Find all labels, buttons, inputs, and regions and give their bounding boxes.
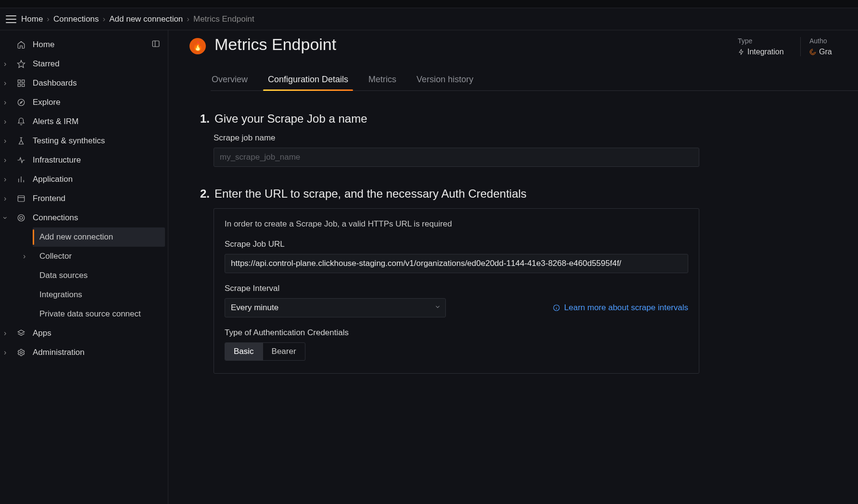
tab-overview[interactable]: Overview [211, 70, 249, 90]
sidebar-item-label: Testing & synthetics [33, 136, 105, 146]
tabs: Overview Configuration Details Metrics V… [211, 70, 858, 91]
step-number: 1. [200, 112, 210, 126]
sidebar-item-label: Dashboards [33, 78, 77, 88]
svg-point-15 [20, 216, 23, 219]
sidebar-item-apps[interactable]: Apps [0, 324, 165, 343]
sidebar-item-testing[interactable]: Testing & synthetics [0, 131, 165, 151]
auth-basic-button[interactable]: Basic [225, 343, 263, 360]
sidebar-item-explore[interactable]: Explore [0, 93, 165, 112]
link-icon [16, 213, 26, 223]
gear-icon [16, 348, 26, 357]
sidebar-item-application[interactable]: Application [0, 170, 165, 189]
breadcrumb-item[interactable]: Add new connection [109, 14, 183, 24]
svg-rect-12 [18, 196, 25, 202]
sidebar-item-administration[interactable]: Administration [0, 343, 165, 362]
content: 1. Give your Scrape Job a name Scrape jo… [189, 91, 699, 374]
sidebar-item-alerts[interactable]: Alerts & IRM [0, 112, 165, 131]
scrape-interval-value[interactable] [225, 298, 446, 317]
chevron-right-icon: › [103, 14, 106, 24]
svg-rect-5 [18, 84, 20, 87]
tab-configuration-details[interactable]: Configuration Details [267, 70, 349, 90]
chevron-right-icon: › [187, 14, 189, 24]
flask-icon [16, 136, 26, 146]
auth-bearer-button[interactable]: Bearer [263, 343, 305, 360]
svg-rect-0 [152, 41, 159, 47]
breadcrumb: Home › Connections › Add new connection … [21, 14, 254, 24]
hamburger-icon[interactable] [6, 15, 16, 23]
svg-marker-2 [18, 61, 25, 68]
svg-point-7 [18, 99, 25, 106]
step-number: 2. [200, 187, 210, 201]
bell-icon [16, 117, 26, 126]
learn-more-link[interactable]: Learn more about scrape intervals [553, 303, 688, 313]
sidebar-item-home[interactable]: Home [0, 35, 165, 54]
integration-icon: 🔥 [189, 38, 206, 54]
scrape-url-input[interactable] [225, 254, 688, 273]
grid-icon [16, 78, 26, 88]
sidebar-item-connections[interactable]: Connections [0, 208, 165, 227]
sidebar-item-label: Home [33, 40, 54, 50]
grafana-icon [809, 49, 816, 55]
sidebar-item-dashboards[interactable]: Dashboards [0, 74, 165, 93]
meta-label: Type [738, 37, 787, 45]
sidebar-item-label: Integrations [39, 290, 82, 300]
sidebar-item-integrations[interactable]: Integrations [33, 285, 165, 304]
meta-label: Autho [809, 37, 858, 45]
sidebar-item-label: Frontend [33, 194, 65, 203]
bolt-icon [738, 49, 744, 55]
sidebar: Home Starred Dashboards Explore Alerts &… [0, 30, 168, 504]
breadcrumb-row: Home › Connections › Add new connection … [0, 8, 858, 30]
sidebar-item-collector[interactable]: Collector [33, 247, 165, 266]
step-2: 2. Enter the URL to scrape, and the nece… [200, 187, 699, 374]
page-header: 🔥 Metrics Endpoint Type Integration Auth… [189, 35, 858, 56]
home-icon [16, 40, 26, 50]
scrape-url-label: Scrape Job URL [225, 239, 688, 249]
sidebar-item-label: Collector [39, 252, 72, 261]
scrape-interval-select[interactable] [225, 298, 446, 317]
breadcrumb-current: Metrics Endpoint [193, 14, 254, 24]
sidebar-item-label: Connections [33, 213, 78, 223]
tab-version-history[interactable]: Version history [416, 70, 474, 90]
stack-icon [16, 328, 26, 338]
svg-rect-6 [22, 84, 25, 87]
sidebar-item-label: Application [33, 175, 73, 184]
breadcrumb-item[interactable]: Connections [53, 14, 99, 24]
step-title: Give your Scrape Job a name [214, 112, 367, 126]
sidebar-item-label: Infrastructure [33, 155, 81, 165]
browser-icon [16, 194, 26, 203]
sidebar-item-label: Explore [33, 98, 61, 107]
sidebar-item-private-data-source-connect[interactable]: Private data source connect [33, 304, 165, 324]
sidebar-item-label: Apps [33, 328, 51, 338]
sidebar-item-add-new-connection[interactable]: Add new connection [33, 227, 165, 247]
pulse-icon [16, 155, 26, 165]
chevron-right-icon: › [47, 14, 50, 24]
sidebar-item-label: Private data source connect [39, 309, 141, 319]
svg-point-14 [18, 214, 25, 221]
sidebar-item-label: Data sources [39, 271, 88, 280]
auth-type-toggle: Basic Bearer [225, 342, 305, 361]
breadcrumb-item[interactable]: Home [21, 14, 43, 24]
page-title: Metrics Endpoint [214, 35, 720, 54]
step-1: 1. Give your Scrape Job a name Scrape jo… [200, 112, 699, 167]
bars-icon [16, 175, 26, 184]
sidebar-item-infrastructure[interactable]: Infrastructure [0, 151, 165, 170]
svg-marker-8 [20, 101, 23, 104]
auth-type-label: Type of Authentication Credentials [225, 328, 688, 338]
meta-type: Type Integration [729, 37, 787, 56]
meta-author: Autho Gra [800, 37, 858, 56]
sidebar-item-starred[interactable]: Starred [0, 54, 165, 74]
svg-point-17 [20, 352, 23, 354]
tab-metrics[interactable]: Metrics [367, 70, 397, 90]
scrape-job-name-input[interactable] [214, 148, 699, 167]
sidebar-item-data-sources[interactable]: Data sources [33, 266, 165, 285]
panel-note: In order to create a Scrape Job, a valid… [225, 219, 688, 229]
topbar [0, 0, 858, 8]
star-icon [16, 59, 26, 69]
sidebar-item-label: Add new connection [39, 232, 113, 242]
sidebar-item-frontend[interactable]: Frontend [0, 189, 165, 208]
sidebar-item-label: Starred [33, 59, 60, 69]
svg-marker-16 [18, 330, 25, 334]
svg-rect-3 [18, 80, 20, 82]
scrape-interval-label: Scrape Interval [225, 284, 688, 293]
dock-icon[interactable] [151, 39, 160, 50]
